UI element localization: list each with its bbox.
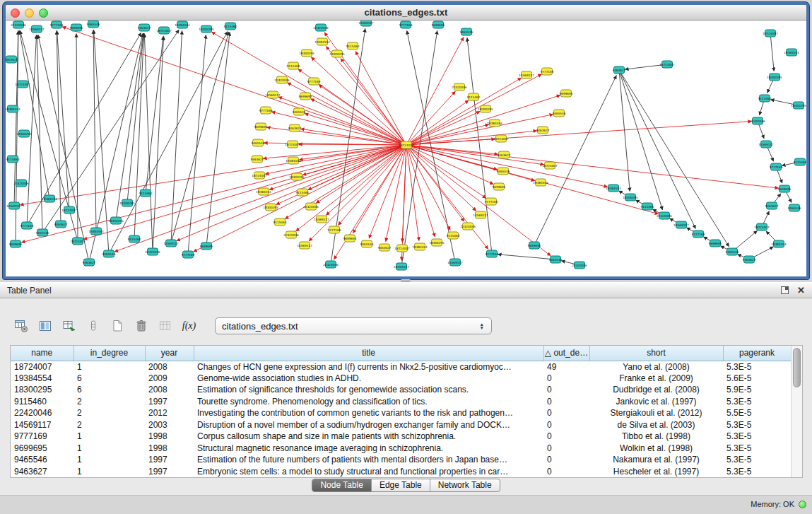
window-titlebar[interactable]: citations_edges.txt: [6, 5, 806, 21]
table-row[interactable]: 1456911722003Disruption of a novel membe…: [11, 419, 791, 431]
graph-node[interactable]: 9115460: [641, 203, 654, 210]
table-row[interactable]: 1830029562008Estimation of significance …: [11, 384, 791, 396]
graph-node[interactable]: 9115460: [758, 95, 772, 102]
graph-node[interactable]: 22420046: [145, 248, 160, 255]
table-cell[interactable]: Embryonic stem cells: a model to study s…: [194, 466, 543, 478]
zoom-button[interactable]: [39, 8, 48, 18]
graph-node[interactable]: 9115460: [447, 232, 460, 239]
graph-node[interactable]: 18724007: [156, 27, 172, 34]
network-canvas[interactable]: 18724007 19384554 18300295 9115460 22420…: [6, 21, 806, 276]
table-cell[interactable]: Disruption of a novel member of a sodium…: [194, 419, 543, 431]
graph-node[interactable]: 9777169: [182, 251, 195, 258]
table-row[interactable]: 911546021997Tourette syndrome. Phenomeno…: [11, 396, 791, 408]
graph-node[interactable]: 9777169: [485, 198, 498, 205]
table-cell[interactable]: 1: [73, 454, 145, 466]
table-row[interactable]: 1938455462009Genome-wide association stu…: [11, 373, 791, 385]
graph-node[interactable]: 9465546: [360, 240, 374, 247]
graph-node[interactable]: 9699695: [560, 90, 573, 97]
graph-node[interactable]: 9463627: [765, 202, 779, 209]
graph-node[interactable]: 18724007: [754, 223, 770, 230]
table-cell[interactable]: Tibbo et al. (1998): [589, 431, 723, 443]
graph-node[interactable]: 9699695: [432, 21, 445, 28]
graph-node[interactable]: 14569117: [29, 25, 45, 33]
table-cell[interactable]: 9463627: [11, 466, 73, 478]
network-graph[interactable]: 18724007 19384554 18300295 9115460 22420…: [6, 21, 806, 276]
graph-node[interactable]: 9463627: [288, 124, 302, 132]
graph-node[interactable]: 9465546: [252, 139, 265, 146]
graph-node[interactable]: 18300295: [299, 49, 314, 57]
graph-node[interactable]: 14569117: [394, 263, 409, 270]
graph-node[interactable]: 9699695: [200, 243, 213, 250]
table-cell[interactable]: 2008: [145, 361, 194, 373]
graph-node[interactable]: 9115460: [794, 158, 806, 165]
graph-node[interactable]: 9699695: [343, 235, 357, 242]
graph-node[interactable]: 19384554: [175, 21, 190, 28]
graph-node[interactable]: 19384554: [88, 228, 104, 235]
graph-node[interactable]: 9465546: [553, 110, 566, 117]
table-cell[interactable]: 5.3E-5: [723, 419, 791, 431]
graph-node[interactable]: 18724007: [763, 30, 778, 37]
graph-node[interactable]: 9777169: [692, 230, 705, 238]
function-builder-button[interactable]: f(x): [180, 317, 199, 336]
graph-node[interactable]: 9699695: [778, 185, 792, 192]
graph-node[interactable]: 9115460: [6, 156, 20, 163]
graph-node[interactable]: 18724007: [394, 245, 410, 252]
table-cell[interactable]: 5.3E-5: [723, 454, 791, 466]
table-cell[interactable]: de Silva et al. (2003): [589, 419, 723, 431]
table-cell[interactable]: 0: [543, 407, 589, 419]
table-cell[interactable]: 5.5E-5: [723, 407, 791, 419]
graph-node[interactable]: 9465546: [102, 250, 116, 257]
graph-node[interactable]: 18300295: [478, 105, 493, 112]
graph-node[interactable]: 19384554: [533, 179, 548, 186]
graph-node[interactable]: 18724007: [61, 206, 77, 214]
graph-node[interactable]: 18724007: [493, 135, 509, 142]
table-cell[interactable]: Jankovic et al. (1997): [589, 396, 723, 408]
graph-node[interactable]: 22420046: [13, 180, 29, 187]
table-cell[interactable]: 5.3E-5: [723, 431, 791, 443]
graph-node[interactable]: 9699695: [493, 183, 506, 190]
graph-node[interactable]: 19384554: [6, 105, 20, 112]
graph-node[interactable]: 14569117: [358, 21, 374, 26]
table-row[interactable]: 969969511998Structural magnetic resonanc…: [11, 443, 791, 455]
graph-node[interactable]: 9777169: [541, 68, 554, 75]
table-cell[interactable]: 0: [543, 373, 589, 385]
table-cell[interactable]: 5.3E-5: [723, 466, 791, 478]
table-cell[interactable]: 5.9E-5: [723, 384, 791, 396]
table-cell[interactable]: 2009: [145, 373, 194, 385]
graph-node[interactable]: 9463627: [378, 244, 392, 251]
table-cell[interactable]: Estimation of the future numbers of pati…: [194, 454, 543, 466]
memory-status[interactable]: Memory: OK: [751, 500, 806, 508]
graph-node[interactable]: 9115460: [287, 62, 300, 69]
table-row[interactable]: 2242004622012Investigating the contribut…: [11, 407, 791, 419]
graph-node[interactable]: 18300295: [289, 173, 305, 180]
graph-node[interactable]: 9699695: [299, 93, 312, 100]
table-row[interactable]: 946362711997Embryonic stem cells: a mode…: [11, 466, 791, 478]
table-scrollbar[interactable]: [791, 346, 802, 477]
table-cell[interactable]: Structural magnetic resonance image aver…: [194, 443, 543, 455]
network-window[interactable]: citations_edges.txt 18724007 19384554 18…: [3, 2, 809, 279]
graph-node[interactable]: 14569117: [758, 141, 774, 148]
table-cell[interactable]: 0: [543, 384, 589, 396]
table-cell[interactable]: Franke et al. (2009): [589, 373, 723, 385]
graph-node[interactable]: 9777169: [20, 222, 34, 229]
graph-node[interactable]: 18300295: [429, 239, 445, 246]
table-cell[interactable]: 2: [73, 407, 145, 419]
table-cell[interactable]: 2003: [145, 419, 194, 431]
table-cell[interactable]: Stergiakouli et al. (2012): [589, 407, 723, 419]
table-cell[interactable]: 1: [73, 431, 145, 443]
graph-node[interactable]: 19384554: [784, 49, 799, 56]
graph-node[interactable]: 22420046: [572, 262, 587, 269]
graph-node[interactable]: 22420046: [11, 21, 26, 28]
table-row[interactable]: 946554611997Estimation of the future num…: [11, 454, 791, 466]
graph-node[interactable]: 18300295: [199, 25, 214, 33]
graph-node[interactable]: 14569117: [447, 259, 463, 266]
row-options-button[interactable]: [83, 317, 102, 336]
table-cell[interactable]: 0: [543, 396, 589, 408]
graph-node[interactable]: 22420046: [274, 76, 290, 83]
table-cell[interactable]: Genome-wide association studies in ADHD.: [194, 373, 543, 385]
graph-node[interactable]: 9115460: [273, 218, 287, 226]
create-table-button[interactable]: [107, 317, 126, 336]
table-cell[interactable]: 9777169: [11, 431, 73, 443]
graph-node[interactable]: 9115460: [128, 235, 141, 243]
graph-node[interactable]: 18300295: [16, 130, 32, 137]
